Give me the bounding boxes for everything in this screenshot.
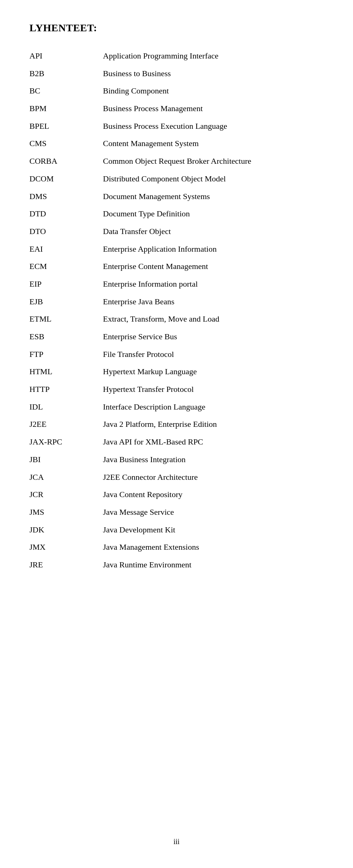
abbreviation-definition: Java Content Repository: [103, 486, 324, 503]
abbreviation-definition: Java Development Kit: [103, 521, 324, 539]
abbreviation-term: DMS: [29, 188, 103, 205]
table-row: B2BBusiness to Business: [29, 65, 324, 82]
abbreviation-definition: Java Message Service: [103, 503, 324, 521]
abbreviation-term: DTO: [29, 223, 103, 240]
abbreviation-definition: Application Programming Interface: [103, 47, 324, 65]
table-row: J2EEJava 2 Platform, Enterprise Edition: [29, 415, 324, 433]
table-row: JMXJava Management Extensions: [29, 538, 324, 556]
abbreviation-term: EJB: [29, 293, 103, 311]
abbreviation-definition: Common Object Request Broker Architectur…: [103, 152, 324, 170]
abbreviation-definition: Java Management Extensions: [103, 538, 324, 556]
abbreviation-term: FTP: [29, 346, 103, 363]
abbreviation-term: DTD: [29, 205, 103, 223]
abbreviation-definition: Enterprise Information portal: [103, 275, 324, 293]
abbreviation-definition: Enterprise Application Information: [103, 240, 324, 258]
table-row: JMSJava Message Service: [29, 503, 324, 521]
abbreviation-definition: Document Type Definition: [103, 205, 324, 223]
table-row: EIPEnterprise Information portal: [29, 275, 324, 293]
abbreviation-definition: Enterprise Java Beans: [103, 293, 324, 311]
abbreviation-term: HTTP: [29, 380, 103, 398]
abbreviation-term: JBI: [29, 451, 103, 468]
abbreviation-definition: Content Management System: [103, 135, 324, 152]
table-row: ECMEnterprise Content Management: [29, 258, 324, 275]
abbreviation-term: JCR: [29, 486, 103, 503]
abbreviation-definition: Java Business Integration: [103, 451, 324, 468]
abbreviation-term: EAI: [29, 240, 103, 258]
abbreviation-term: JMS: [29, 503, 103, 521]
abbreviation-definition: Java API for XML-Based RPC: [103, 433, 324, 451]
abbreviation-term: CMS: [29, 135, 103, 152]
abbreviation-definition: Distributed Component Object Model: [103, 170, 324, 188]
abbreviation-term: IDL: [29, 398, 103, 416]
abbreviation-definition: Business Process Management: [103, 100, 324, 117]
abbreviation-term: CORBA: [29, 152, 103, 170]
abbreviation-definition: Interface Description Language: [103, 398, 324, 416]
abbreviation-definition: Business Process Execution Language: [103, 117, 324, 135]
abbreviation-term: ETML: [29, 310, 103, 328]
abbreviation-term: DCOM: [29, 170, 103, 188]
table-row: BCBinding Component: [29, 82, 324, 100]
table-row: DTOData Transfer Object: [29, 223, 324, 240]
page-title: LYHENTEET:: [29, 22, 324, 34]
abbreviation-table: APIApplication Programming InterfaceB2BB…: [29, 47, 324, 574]
table-row: JCAJ2EE Connector Architecture: [29, 468, 324, 486]
abbreviation-definition: Data Transfer Object: [103, 223, 324, 240]
table-row: HTTPHypertext Transfer Protocol: [29, 380, 324, 398]
table-row: JCRJava Content Repository: [29, 486, 324, 503]
abbreviation-definition: Binding Component: [103, 82, 324, 100]
abbreviation-term: BPEL: [29, 117, 103, 135]
abbreviation-term: HTML: [29, 363, 103, 380]
abbreviation-definition: Hypertext Transfer Protocol: [103, 380, 324, 398]
abbreviation-definition: Document Management Systems: [103, 188, 324, 205]
page-footer: iii: [0, 837, 353, 846]
abbreviation-term: JAX-RPC: [29, 433, 103, 451]
table-row: JDKJava Development Kit: [29, 521, 324, 539]
abbreviation-term: ECM: [29, 258, 103, 275]
abbreviation-term: ESB: [29, 328, 103, 346]
table-row: EAIEnterprise Application Information: [29, 240, 324, 258]
table-row: BPELBusiness Process Execution Language: [29, 117, 324, 135]
table-row: JREJava Runtime Environment: [29, 556, 324, 574]
table-row: DMSDocument Management Systems: [29, 188, 324, 205]
table-row: APIApplication Programming Interface: [29, 47, 324, 65]
abbreviation-term: JRE: [29, 556, 103, 574]
abbreviation-definition: Business to Business: [103, 65, 324, 82]
abbreviation-term: API: [29, 47, 103, 65]
abbreviation-definition: Enterprise Content Management: [103, 258, 324, 275]
table-row: EJBEnterprise Java Beans: [29, 293, 324, 311]
abbreviation-term: BC: [29, 82, 103, 100]
table-row: BPMBusiness Process Management: [29, 100, 324, 117]
table-row: DCOMDistributed Component Object Model: [29, 170, 324, 188]
abbreviation-term: B2B: [29, 65, 103, 82]
abbreviation-definition: Extract, Transform, Move and Load: [103, 310, 324, 328]
abbreviation-definition: Hypertext Markup Language: [103, 363, 324, 380]
abbreviation-definition: Enterprise Service Bus: [103, 328, 324, 346]
abbreviation-term: J2EE: [29, 415, 103, 433]
abbreviation-term: JCA: [29, 468, 103, 486]
abbreviation-definition: Java 2 Platform, Enterprise Edition: [103, 415, 324, 433]
table-row: HTMLHypertext Markup Language: [29, 363, 324, 380]
table-row: FTPFile Transfer Protocol: [29, 346, 324, 363]
abbreviation-term: BPM: [29, 100, 103, 117]
table-row: CMSContent Management System: [29, 135, 324, 152]
abbreviation-term: JDK: [29, 521, 103, 539]
table-row: JAX-RPCJava API for XML-Based RPC: [29, 433, 324, 451]
abbreviation-definition: Java Runtime Environment: [103, 556, 324, 574]
abbreviation-term: JMX: [29, 538, 103, 556]
table-row: IDLInterface Description Language: [29, 398, 324, 416]
abbreviation-definition: J2EE Connector Architecture: [103, 468, 324, 486]
table-row: DTDDocument Type Definition: [29, 205, 324, 223]
table-row: ETMLExtract, Transform, Move and Load: [29, 310, 324, 328]
table-row: JBIJava Business Integration: [29, 451, 324, 468]
abbreviation-term: EIP: [29, 275, 103, 293]
abbreviation-definition: File Transfer Protocol: [103, 346, 324, 363]
table-row: ESBEnterprise Service Bus: [29, 328, 324, 346]
table-row: CORBACommon Object Request Broker Archit…: [29, 152, 324, 170]
